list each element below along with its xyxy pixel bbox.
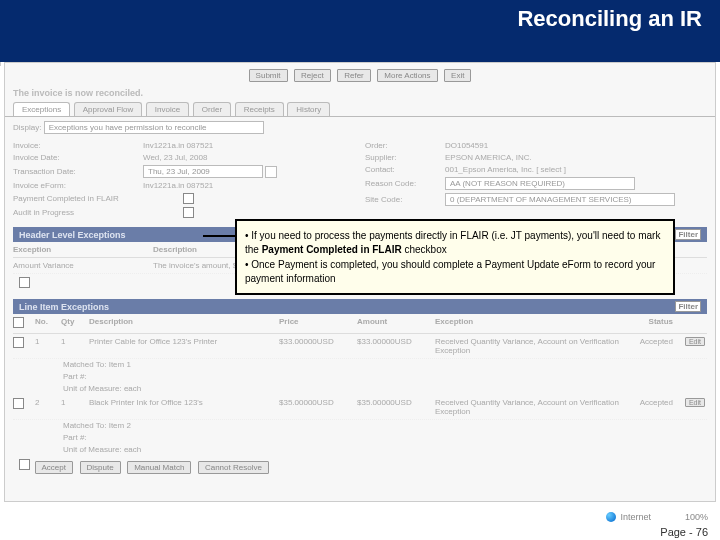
hle-filter[interactable]: Filter <box>675 229 701 240</box>
lle-row2-checkbox[interactable] <box>13 398 24 409</box>
browser-status-strip: Internet 100% <box>606 512 708 522</box>
header-level-exceptions-title: Header Level Exceptions <box>19 230 126 240</box>
callout-connector-line <box>203 235 237 237</box>
lle-row2-edit-button[interactable]: Edit <box>685 398 705 407</box>
lle-filter[interactable]: Filter <box>675 301 701 312</box>
reconciled-status: The invoice is now reconciled. <box>5 86 715 100</box>
invoice-date-label: Invoice Date: <box>13 153 143 162</box>
lle-row2-amt: $35.00000USD <box>357 398 435 416</box>
contact-value: 001_Epson America, Inc. [ select ] <box>445 165 566 174</box>
exit-button[interactable]: Exit <box>444 69 471 82</box>
lle-table-head: No. Qty Description Price Amount Excepti… <box>13 314 707 334</box>
left-column: Invoice:Inv1221a.in 087521 Invoice Date:… <box>13 138 355 221</box>
right-column: Order:DO1054591 Supplier:EPSON AMERICA, … <box>365 138 707 221</box>
lle-col-no: No. <box>35 317 61 330</box>
lle-row2-qty: 1 <box>61 398 89 416</box>
page-number: Page - 76 <box>660 526 708 538</box>
invoice-value: Inv1221a.in 087521 <box>143 141 213 150</box>
lle-col-status: Status <box>621 317 673 330</box>
refer-button[interactable]: Refer <box>337 69 371 82</box>
internet-label: Internet <box>620 512 651 522</box>
display-label: Display: <box>13 123 41 132</box>
callout-p1b: Payment Completed in FLAIR <box>262 244 402 255</box>
lle-row1-edit-button[interactable]: Edit <box>685 337 705 346</box>
supplier-label: Supplier: <box>365 153 445 162</box>
lle-row2-no: 2 <box>35 398 61 416</box>
lle-row1-price: $33.00000USD <box>279 337 357 355</box>
lle-row1-amt: $33.00000USD <box>357 337 435 355</box>
line-item-exceptions-title: Line Item Exceptions <box>19 302 109 312</box>
invoice-eform-label: Invoice eForm: <box>13 181 143 190</box>
lle-row-1: 1 1 Printer Cable for Office 123's Print… <box>13 334 707 359</box>
dispute-button[interactable]: Dispute <box>80 461 121 474</box>
reason-code-select[interactable]: AA (NOT REASON REQUIRED) <box>445 177 635 190</box>
more-actions-button[interactable]: More Actions <box>377 69 437 82</box>
tab-exceptions[interactable]: Exceptions <box>13 102 70 116</box>
invoice-date-value: Wed, 23 Jul, 2008 <box>143 153 207 162</box>
site-code-label: Site Code: <box>365 195 445 204</box>
slide-title-bar: Reconciling an IR <box>0 0 720 62</box>
tab-strip: Exceptions Approval Flow Invoice Order R… <box>5 100 715 117</box>
order-value: DO1054591 <box>445 141 488 150</box>
hle-col-exception: Exception <box>13 245 153 254</box>
lle-row1-exc: Received Quantity Variance, Account on V… <box>435 337 621 355</box>
tab-invoice[interactable]: Invoice <box>146 102 189 116</box>
reason-code-label: Reason Code: <box>365 179 445 188</box>
payment-completed-label: Payment Completed in FLAIR <box>13 194 183 203</box>
lle-col-exception: Exception <box>435 317 621 330</box>
lle-row1-matched: Matched To: Item 1 <box>13 359 707 371</box>
audit-in-progress-label: Audit in Progress <box>13 208 183 217</box>
invoice-label: Invoice: <box>13 141 143 150</box>
action-button-row: Submit Reject Refer More Actions Exit <box>5 63 715 86</box>
tab-order[interactable]: Order <box>193 102 231 116</box>
lle-row1-part: Part #: <box>13 371 707 383</box>
cannot-resolve-button[interactable]: Cannot Resolve <box>198 461 269 474</box>
lle-row2-part: Part #: <box>13 432 707 444</box>
callout-p2: • Once Payment is completed, you should … <box>245 258 665 285</box>
hle-row-exception: Amount Variance <box>13 261 153 270</box>
lle-row2-uom: Unit of Measure: each <box>13 444 707 456</box>
supplier-value: EPSON AMERICA, INC. <box>445 153 532 162</box>
globe-icon <box>606 512 616 522</box>
callout-p1c: checkbox <box>402 244 447 255</box>
callout-box: • If you need to process the payments di… <box>235 219 675 295</box>
lle-row1-desc: Printer Cable for Office 123's Printer <box>89 337 279 355</box>
audit-in-progress-checkbox[interactable] <box>183 207 194 218</box>
screenshot-panel: Submit Reject Refer More Actions Exit Th… <box>4 62 716 502</box>
lle-col-amount: Amount <box>357 317 435 330</box>
lle-footer-checkbox[interactable] <box>19 459 30 470</box>
accept-button[interactable]: Accept <box>35 461 73 474</box>
lle-select-all-checkbox[interactable] <box>13 317 24 328</box>
transaction-date-label: Transaction Date: <box>13 167 143 176</box>
display-row: Display: Exceptions you have permission … <box>5 117 715 134</box>
contact-label: Contact: <box>365 165 445 174</box>
tab-receipts[interactable]: Receipts <box>235 102 284 116</box>
calendar-icon[interactable] <box>265 166 277 178</box>
lle-col-price: Price <box>279 317 357 330</box>
hle-row-checkbox[interactable] <box>19 277 30 288</box>
lle-row2-matched: Matched To: Item 2 <box>13 420 707 432</box>
lle-row2-desc: Black Printer Ink for Office 123's <box>89 398 279 416</box>
lle-row-2: 2 1 Black Printer Ink for Office 123's $… <box>13 395 707 420</box>
reject-button[interactable]: Reject <box>294 69 331 82</box>
lle-col-desc: Description <box>89 317 279 330</box>
lle-row2-price: $35.00000USD <box>279 398 357 416</box>
zoom-label: 100% <box>685 512 708 522</box>
lle-row1-uom: Unit of Measure: each <box>13 383 707 395</box>
site-code-select[interactable]: 0 (DEPARTMENT OF MANAGEMENT SERVICES) <box>445 193 675 206</box>
transaction-date-input[interactable]: Thu, 23 Jul, 2009 <box>143 165 263 178</box>
tab-approval-flow[interactable]: Approval Flow <box>74 102 143 116</box>
slide-title: Reconciling an IR <box>517 6 702 31</box>
payment-completed-checkbox[interactable] <box>183 193 194 204</box>
lle-row2-stat: Accepted <box>621 398 673 416</box>
display-select[interactable]: Exceptions you have permission to reconc… <box>44 121 264 134</box>
manual-match-button[interactable]: Manual Match <box>127 461 191 474</box>
lle-row1-no: 1 <box>35 337 61 355</box>
order-label: Order: <box>365 141 445 150</box>
submit-button[interactable]: Submit <box>249 69 288 82</box>
tab-history[interactable]: History <box>287 102 330 116</box>
lle-row1-stat: Accepted <box>621 337 673 355</box>
line-item-exceptions-bar: Line Item Exceptions Filter <box>13 299 707 314</box>
invoice-eform-value: Inv1221a.in 087521 <box>143 181 213 190</box>
lle-row1-checkbox[interactable] <box>13 337 24 348</box>
